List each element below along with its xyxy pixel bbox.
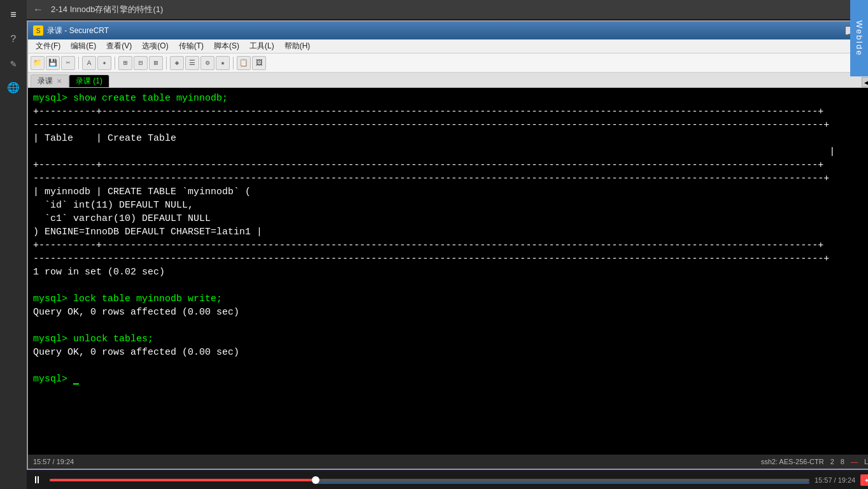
toolbar: 📁 💾 ✂ A ✦ ⊞ ⊟ ⊠ ◈ ☰ ⚙ ★ 📋 🖼 xyxy=(28,53,868,73)
sidebar-question-icon[interactable]: ? xyxy=(3,29,24,50)
toolbar-btn-14[interactable]: 🖼 xyxy=(252,56,266,70)
toolbar-btn-7[interactable]: ⊟ xyxy=(134,56,148,70)
securecrt-titlebar: S 录课 - SecureCRT _ □ ✕ xyxy=(28,22,868,39)
terminal-line-2: +----------+----------------------------… xyxy=(33,105,868,118)
terminal-line-20: Query OK, 0 rows affected (0.00 sec) xyxy=(33,346,868,359)
status-session: ssh2: AES-256-CTR xyxy=(761,458,824,465)
video-logo-icon: ✦ xyxy=(864,477,868,484)
back-button[interactable]: ← xyxy=(33,4,43,15)
tab-luke-close[interactable]: ✕ xyxy=(57,78,62,85)
video-time: 15:57 / 19:24 xyxy=(815,476,855,484)
menu-tools[interactable]: 工具(L) xyxy=(244,39,279,53)
terminal-line-4: | Table | Create Table | xyxy=(33,132,868,145)
terminal-line-8: | myinnodb | CREATE TABLE `myinnodb` ( xyxy=(33,185,868,199)
terminal[interactable]: mysql> show create table myinnodb; +----… xyxy=(28,88,868,455)
terminal-line-5: | xyxy=(33,145,868,159)
status-cols: 2 xyxy=(830,458,834,465)
main-content: ← 2-14 Innodb存储引擎的特性(1) S 录课 - SecureCRT… xyxy=(27,0,868,489)
status-rows: 8 xyxy=(841,458,844,465)
toolbar-btn-8[interactable]: ⊠ xyxy=(149,56,163,70)
toolbar-sep-3 xyxy=(166,57,167,69)
menu-view[interactable]: 查看(V) xyxy=(101,39,137,53)
progress-fill xyxy=(50,479,316,481)
video-bar: ⏸ 15:57 / 19:24 ✦ 创新互联 xyxy=(27,471,868,489)
securecrt-icon: S xyxy=(33,25,43,36)
sidebar-globe-icon[interactable]: 🌐 xyxy=(3,78,24,98)
sidebar-menu-icon[interactable]: ≡ xyxy=(3,5,24,25)
toolbar-btn-1[interactable]: 📁 xyxy=(31,56,45,70)
top-bar: ← 2-14 Innodb存储引擎的特性(1) xyxy=(27,0,868,19)
toolbar-btn-13[interactable]: 📋 xyxy=(237,56,251,70)
tab-luke2-label: 录课 (1) xyxy=(76,76,102,87)
status-progress: — xyxy=(851,458,858,465)
tab-bar: 录课 ✕ 录课 (1) ◀ ▶ xyxy=(28,73,868,88)
toolbar-btn-12[interactable]: ★ xyxy=(216,56,230,70)
toolbar-btn-5[interactable]: ✦ xyxy=(97,56,111,70)
video-logo: ✦ 创新互联 xyxy=(860,474,868,486)
terminal-line-12: +----------+----------------------------… xyxy=(33,239,868,252)
terminal-line-9: `id` int(11) DEFAULT NULL, xyxy=(33,199,868,212)
tab-luke[interactable]: 录课 ✕ xyxy=(31,74,69,87)
toolbar-btn-9[interactable]: ◈ xyxy=(170,56,184,70)
terminal-line-14: 1 row in set (0.02 sec) xyxy=(33,266,868,279)
toolbar-sep-1 xyxy=(78,57,79,69)
tab-luke2[interactable]: 录课 (1) xyxy=(69,74,109,87)
securecrt-window: S 录课 - SecureCRT _ □ ✕ 文件(F) 编辑(E) 查看(V)… xyxy=(27,20,868,470)
sidebar-edit-icon[interactable]: ✎ xyxy=(3,53,24,74)
securecrt-title: 录课 - SecureCRT xyxy=(47,25,845,36)
status-os: Linux xyxy=(864,458,868,465)
menu-options[interactable]: 选项(O) xyxy=(137,39,173,53)
terminal-line-13: ----------------------------------------… xyxy=(33,252,868,266)
toolbar-btn-11[interactable]: ⚙ xyxy=(200,56,214,70)
progress-buffer xyxy=(316,481,809,484)
lesson-title: 2-14 Innodb存储引擎的特性(1) xyxy=(51,4,163,15)
menu-edit[interactable]: 编辑(E) xyxy=(66,39,101,53)
progress-dot[interactable] xyxy=(312,476,319,484)
webide-sidebar[interactable]: WebIde xyxy=(850,0,868,76)
menu-script[interactable]: 脚本(S) xyxy=(209,39,244,53)
toolbar-sep-4 xyxy=(233,57,234,69)
terminal-line-6: +----------+----------------------------… xyxy=(33,159,868,172)
terminal-line-19: mysql> unlock tables; xyxy=(33,332,868,346)
toolbar-btn-10[interactable]: ☰ xyxy=(185,56,199,70)
status-bar: 15:57 / 19:24 ssh2: AES-256-CTR 2 8 — Li… xyxy=(28,455,868,469)
menu-transfer[interactable]: 传输(T) xyxy=(174,39,209,53)
menu-bar: 文件(F) 编辑(E) 查看(V) 选项(O) 传输(T) 脚本(S) 工具(L… xyxy=(28,39,868,53)
tab-luke-label: 录课 xyxy=(38,76,53,87)
securecrt-icon-label: S xyxy=(36,27,41,34)
toolbar-sep-2 xyxy=(115,57,115,69)
toolbar-btn-4[interactable]: A xyxy=(82,56,96,70)
terminal-line-15 xyxy=(33,279,868,292)
terminal-line-22: mysql> █ xyxy=(33,372,868,386)
menu-help[interactable]: 帮助(H) xyxy=(279,39,316,53)
progress-bar[interactable] xyxy=(50,479,809,481)
toolbar-btn-2[interactable]: 💾 xyxy=(46,56,60,70)
terminal-line-3: ----------------------------------------… xyxy=(33,118,868,132)
tab-nav-left[interactable]: ◀ xyxy=(862,77,868,87)
terminal-line-17: Query OK, 0 rows affected (0.00 sec) xyxy=(33,306,868,319)
video-play-button[interactable]: ⏸ xyxy=(32,474,45,486)
menu-file[interactable]: 文件(F) xyxy=(31,39,66,53)
terminal-line-11: ) ENGINE=InnoDB DEFAULT CHARSET=latin1 | xyxy=(33,225,868,239)
left-sidebar: ≡ ? ✎ 🌐 xyxy=(0,0,27,489)
terminal-line-16: mysql> lock table myinnodb write; xyxy=(33,292,868,306)
toolbar-btn-3[interactable]: ✂ xyxy=(61,56,75,70)
terminal-line-21 xyxy=(33,359,868,372)
terminal-line-18 xyxy=(33,319,868,332)
terminal-line-10: `c1` varchar(10) DEFAULT NULL xyxy=(33,212,868,225)
status-time: 15:57 / 19:24 xyxy=(33,458,74,465)
tab-nav: ◀ ▶ xyxy=(862,77,868,87)
terminal-line-7: ----------------------------------------… xyxy=(33,172,868,185)
terminal-line-1: mysql> show create table myinnodb; xyxy=(33,92,868,105)
toolbar-btn-6[interactable]: ⊞ xyxy=(118,56,132,70)
